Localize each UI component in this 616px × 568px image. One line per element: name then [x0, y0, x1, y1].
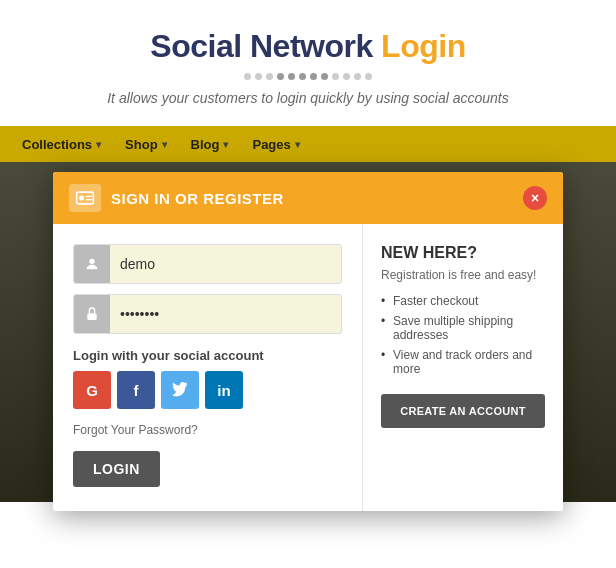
- nav-blog-label: Blog: [191, 137, 220, 152]
- nav-collections-arrow: ▾: [96, 139, 101, 150]
- user-icon: [74, 245, 110, 283]
- password-input-group: [73, 294, 342, 334]
- user-card-icon: [75, 188, 95, 208]
- page-title: Social Network Login: [20, 28, 596, 65]
- nav-shop-label: Shop: [125, 137, 158, 152]
- username-input[interactable]: [110, 248, 341, 280]
- svg-point-4: [89, 259, 94, 264]
- modal-left-panel: Login with your social account G f in Fo…: [53, 224, 363, 511]
- linkedin-login-button[interactable]: in: [205, 371, 243, 409]
- username-input-group: [73, 244, 342, 284]
- google-login-button[interactable]: G: [73, 371, 111, 409]
- login-modal: SIGN IN OR REGISTER ×: [53, 172, 563, 511]
- navbar: Collections ▾ Shop ▾ Blog ▾ Pages ▾: [0, 126, 616, 162]
- twitter-icon: [172, 382, 188, 398]
- modal-close-button[interactable]: ×: [523, 186, 547, 210]
- bg-overlay: SIGN IN OR REGISTER ×: [0, 162, 616, 502]
- twitter-login-button[interactable]: [161, 371, 199, 409]
- create-account-button[interactable]: CREATE AN ACCOUNT: [381, 394, 545, 428]
- nav-pages-label: Pages: [252, 137, 290, 152]
- dots-divider: [20, 73, 596, 80]
- password-icon: [74, 295, 110, 333]
- benefit-item-3: View and track orders and more: [381, 348, 545, 376]
- modal-right-panel: NEW HERE? Registration is free and easy!…: [363, 224, 563, 511]
- nav-collections-label: Collections: [22, 137, 92, 152]
- modal-header: SIGN IN OR REGISTER ×: [53, 172, 563, 224]
- benefit-item-1: Faster checkout: [381, 294, 545, 308]
- nav-shop[interactable]: Shop ▾: [113, 126, 179, 162]
- svg-point-1: [79, 196, 84, 201]
- login-button[interactable]: LOGIN: [73, 451, 160, 487]
- nav-blog[interactable]: Blog ▾: [179, 126, 241, 162]
- modal-body: Login with your social account G f in Fo…: [53, 224, 563, 511]
- title-part1: Social Network: [150, 28, 372, 64]
- facebook-login-button[interactable]: f: [117, 371, 155, 409]
- nav-pages[interactable]: Pages ▾: [240, 126, 311, 162]
- new-here-title: NEW HERE?: [381, 244, 545, 262]
- benefit-list: Faster checkout Save multiple shipping a…: [381, 294, 545, 376]
- nav-blog-arrow: ▾: [223, 139, 228, 150]
- header-subtitle: It allows your customers to login quickl…: [20, 90, 596, 106]
- nav-shop-arrow: ▾: [162, 139, 167, 150]
- header-section: Social Network Login It allows your cust…: [0, 0, 616, 126]
- new-here-subtitle: Registration is free and easy!: [381, 268, 545, 282]
- modal-title: SIGN IN OR REGISTER: [111, 190, 284, 207]
- nav-collections[interactable]: Collections ▾: [10, 126, 113, 162]
- modal-header-left: SIGN IN OR REGISTER: [69, 184, 284, 212]
- nav-pages-arrow: ▾: [295, 139, 300, 150]
- modal-icon-box: [69, 184, 101, 212]
- svg-rect-5: [87, 313, 96, 320]
- social-buttons: G f in: [73, 371, 342, 409]
- title-part2: Login: [381, 28, 466, 64]
- benefit-item-2: Save multiple shipping addresses: [381, 314, 545, 342]
- forgot-password-link[interactable]: Forgot Your Password?: [73, 423, 342, 437]
- password-input[interactable]: [110, 298, 341, 330]
- svg-rect-0: [77, 192, 94, 204]
- social-label: Login with your social account: [73, 348, 342, 363]
